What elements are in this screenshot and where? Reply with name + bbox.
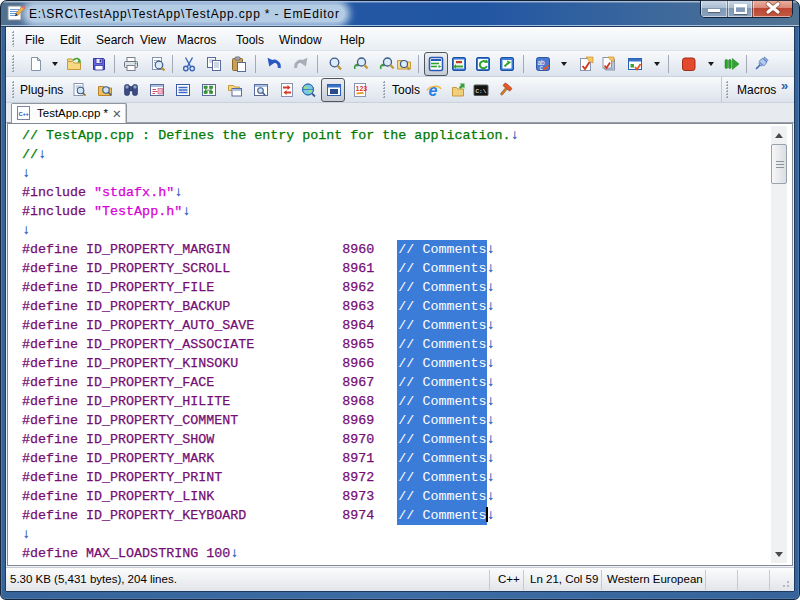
svg-text:C++: C++	[18, 111, 29, 117]
svg-text:123: 123	[356, 85, 368, 92]
svg-text:e: e	[429, 82, 438, 98]
svg-text:C:\: C:\	[476, 88, 487, 95]
